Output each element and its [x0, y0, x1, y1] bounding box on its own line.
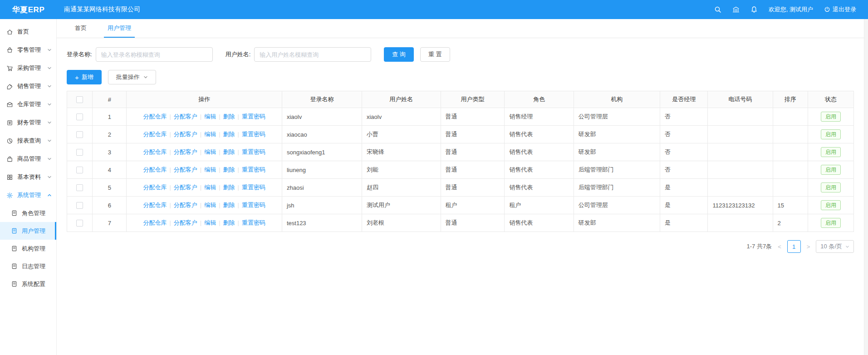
delete-link[interactable]: 删除	[223, 184, 235, 191]
column-header: 角色	[505, 91, 574, 108]
status-badge: 启用	[821, 112, 841, 122]
next-page-button[interactable]: >	[805, 243, 812, 250]
purchase-icon	[6, 65, 13, 72]
assign-customer-link[interactable]: 分配客户	[174, 219, 197, 226]
edit-link[interactable]: 编辑	[204, 131, 216, 138]
app-logo[interactable]: 华夏ERP	[0, 5, 57, 15]
sidebar-item-report[interactable]: 报表查询	[0, 132, 56, 150]
logout-button[interactable]: 退出登录	[824, 5, 856, 14]
edit-link[interactable]: 编辑	[204, 184, 216, 191]
search-button[interactable]: 查 询	[384, 47, 414, 62]
row-checkbox[interactable]	[76, 202, 83, 209]
login-name-input[interactable]	[96, 47, 213, 62]
reset-password-link[interactable]: 重置密码	[242, 148, 265, 155]
sidebar-item-label: 财务管理	[17, 118, 47, 127]
sidebar-item-goods[interactable]: 商品管理	[0, 150, 56, 168]
assign-warehouse-link[interactable]: 分配仓库	[143, 113, 167, 120]
row-checkbox[interactable]	[76, 220, 83, 227]
edit-link[interactable]: 编辑	[204, 219, 216, 226]
assign-warehouse-link[interactable]: 分配仓库	[143, 202, 167, 208]
assign-warehouse-link[interactable]: 分配仓库	[143, 166, 167, 173]
status-badge: 启用	[821, 129, 841, 140]
delete-link[interactable]: 删除	[223, 202, 235, 208]
assign-warehouse-link[interactable]: 分配仓库	[143, 219, 167, 226]
tab-user-manage[interactable]: 用户管理	[104, 19, 135, 38]
assign-warehouse-link[interactable]: 分配仓库	[143, 184, 167, 191]
row-checkbox[interactable]	[76, 184, 83, 191]
reset-password-link[interactable]: 重置密码	[242, 113, 265, 120]
edit-link[interactable]: 编辑	[204, 113, 216, 120]
delete-link[interactable]: 删除	[223, 131, 235, 138]
link-separator: |	[200, 113, 201, 120]
reset-button[interactable]: 重 置	[420, 47, 450, 62]
row-checkbox[interactable]	[76, 131, 83, 138]
reset-password-link[interactable]: 重置密码	[242, 166, 265, 173]
link-separator: |	[169, 202, 171, 208]
link-separator: |	[219, 219, 220, 226]
bank-icon[interactable]	[732, 6, 740, 13]
sidebar-item-label: 系统管理	[17, 191, 47, 199]
status-badge: 启用	[821, 218, 841, 228]
system-icon	[6, 192, 13, 199]
select-all-checkbox[interactable]	[76, 96, 83, 103]
assign-customer-link[interactable]: 分配客户	[174, 184, 197, 191]
delete-link[interactable]: 删除	[223, 113, 235, 120]
tab-home[interactable]: 首页	[71, 19, 90, 38]
delete-link[interactable]: 删除	[223, 219, 235, 226]
sidebar-item-purchase[interactable]: 采购管理	[0, 59, 56, 77]
link-separator: |	[219, 184, 220, 191]
reset-password-link[interactable]: 重置密码	[242, 219, 265, 226]
reset-password-link[interactable]: 重置密码	[242, 184, 265, 191]
user-name-input[interactable]	[254, 47, 371, 62]
add-button[interactable]: + 新增	[67, 70, 102, 84]
assign-warehouse-link[interactable]: 分配仓库	[143, 148, 167, 155]
delete-link[interactable]: 删除	[223, 166, 235, 173]
logout-icon	[824, 6, 830, 13]
org-cell: 后端管理部门	[574, 161, 660, 179]
sidebar-item-system-config[interactable]: 系统配置	[0, 275, 56, 293]
bell-icon[interactable]	[750, 6, 758, 13]
sidebar-item-warehouse[interactable]: 仓库管理	[0, 95, 56, 113]
sidebar-item-basic[interactable]: 基本资料	[0, 168, 56, 186]
page-size-select[interactable]: 10 条/页	[816, 240, 854, 253]
edit-link[interactable]: 编辑	[204, 148, 216, 155]
sidebar-item-finance[interactable]: 财务管理	[0, 113, 56, 132]
edit-link[interactable]: 编辑	[204, 166, 216, 173]
sidebar-item-log-manage[interactable]: 日志管理	[0, 257, 56, 275]
row-checkbox[interactable]	[76, 149, 83, 156]
edit-link[interactable]: 编辑	[204, 202, 216, 208]
link-separator: |	[200, 202, 201, 208]
assign-customer-link[interactable]: 分配客户	[174, 202, 197, 208]
sort-cell: 15	[773, 197, 808, 214]
welcome-text[interactable]: 欢迎您, 测试用户	[769, 5, 813, 14]
reset-password-link[interactable]: 重置密码	[242, 131, 265, 138]
delete-link[interactable]: 删除	[223, 148, 235, 155]
sidebar-item-user-manage[interactable]: 用户管理	[0, 222, 56, 240]
row-operations: 分配仓库|分配客户|编辑|删除|重置密码	[127, 126, 282, 143]
sidebar-item-label: 首页	[17, 28, 52, 36]
assign-customer-link[interactable]: 分配客户	[174, 148, 197, 155]
link-separator: |	[238, 202, 239, 208]
assign-customer-link[interactable]: 分配客户	[174, 131, 197, 138]
prev-page-button[interactable]: <	[776, 243, 783, 250]
batch-actions-button[interactable]: 批量操作	[108, 70, 156, 84]
sidebar-item-home[interactable]: 首页	[0, 23, 56, 41]
sidebar-item-role-manage[interactable]: 角色管理	[0, 204, 56, 222]
page-number-1[interactable]: 1	[787, 240, 801, 253]
sidebar-item-sales[interactable]: 销售管理	[0, 77, 56, 95]
sidebar-item-org-manage[interactable]: 机构管理	[0, 240, 56, 257]
sidebar-item-system[interactable]: 系统管理	[0, 186, 56, 204]
column-header: 电话号码	[708, 91, 773, 108]
assign-customer-link[interactable]: 分配客户	[174, 113, 197, 120]
search-icon[interactable]	[714, 6, 721, 13]
scrollbar[interactable]	[864, 19, 868, 355]
pagination-total: 1-7 共7条	[746, 242, 772, 251]
row-checkbox[interactable]	[76, 113, 83, 120]
assign-warehouse-link[interactable]: 分配仓库	[143, 131, 167, 138]
assign-customer-link[interactable]: 分配客户	[174, 166, 197, 173]
chevron-down-icon	[845, 245, 849, 249]
row-checkbox[interactable]	[76, 167, 83, 173]
column-header: 用户类型	[441, 91, 505, 108]
sidebar-item-retail[interactable]: 零售管理	[0, 41, 56, 59]
reset-password-link[interactable]: 重置密码	[242, 202, 265, 208]
